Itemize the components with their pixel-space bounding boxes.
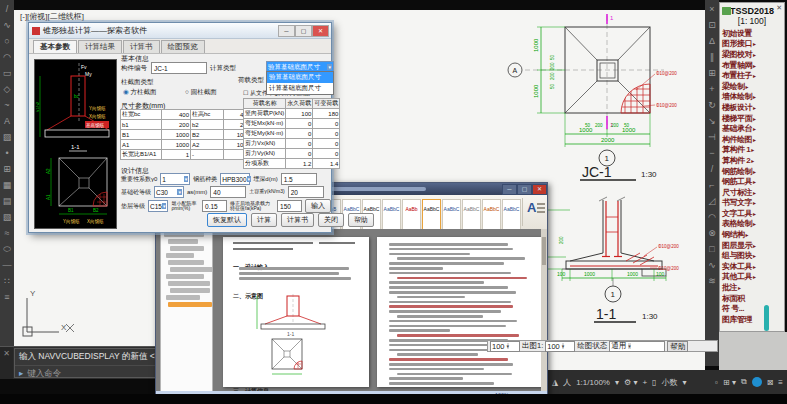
style-gallery-item[interactable]: AaBb — [402, 199, 421, 231]
array-icon[interactable]: ⊞ — [708, 68, 716, 78]
help-button[interactable]: 帮助 — [667, 341, 688, 352]
load-value[interactable]: 0 — [313, 149, 340, 159]
scale-icon[interactable]: ↘ — [708, 116, 716, 126]
palette-item[interactable]: 梁绘制▸ — [720, 81, 784, 92]
cloud-icon[interactable]: ≈ — [5, 228, 10, 238]
word-restore-button[interactable]: ▢ — [517, 184, 532, 195]
customize-menu-icon[interactable]: ≡ — [778, 378, 783, 387]
palette-item[interactable]: 尺寸标注▸ — [720, 187, 784, 198]
units-display[interactable]: 小数 — [661, 377, 677, 388]
palette-item[interactable]: 初始设置 — [720, 28, 784, 39]
dim-value[interactable]: 1 — [162, 150, 191, 160]
palette-scroll-indicator[interactable] — [764, 305, 769, 331]
nav-outline-item[interactable] — [170, 246, 204, 251]
dropdown-option-1[interactable]: 验算基础底面尺寸 — [267, 72, 333, 83]
load-value[interactable]: 180 — [313, 109, 340, 119]
style-gallery-item[interactable]: AaBbC — [422, 199, 441, 231]
palette-item[interactable]: 钢结构▸ — [720, 229, 784, 240]
divide-icon[interactable]: ∷ — [4, 276, 10, 286]
palette-item[interactable]: 墙体绘制▸ — [720, 92, 784, 103]
palette-item[interactable]: 图库管理 — [720, 314, 784, 325]
stretch-icon[interactable]: ⊣ — [708, 132, 716, 142]
scale-combo[interactable]: 100▾ — [490, 341, 520, 352]
palette-item[interactable]: 布置柱子▸ — [720, 70, 784, 81]
gradient-icon[interactable]: ▧ — [3, 212, 12, 222]
palette-item[interactable]: 梁图校对▸ — [720, 49, 784, 60]
scale-dropdown-icon[interactable]: ▾ — [615, 378, 619, 387]
member-id-input[interactable]: JC-1 — [151, 62, 207, 74]
word-minimize-button[interactable]: ─ — [502, 184, 517, 195]
dialog-button-帮助[interactable]: 帮助 — [348, 213, 374, 227]
design-field[interactable]: C30▾ — [154, 186, 184, 198]
block-insert-icon[interactable]: ⊞ — [3, 164, 11, 174]
nav-outline-item[interactable] — [168, 302, 212, 307]
dialog-minimize-button[interactable]: ─ — [278, 25, 295, 37]
dialog-close-button[interactable]: ✕ — [312, 25, 329, 37]
fullscreen-icon[interactable]: ⊠ — [767, 378, 774, 387]
tab-绘图预览[interactable]: 绘图预览 — [161, 40, 205, 53]
blend-icon[interactable]: ∿ — [708, 260, 716, 270]
ellipse-icon[interactable]: ⬭ — [3, 244, 11, 254]
palette-item[interactable]: 布置轴网▸ — [720, 60, 784, 71]
dim-value[interactable]: 400 — [162, 110, 191, 120]
nav-outline-item[interactable] — [168, 239, 198, 244]
draw-toolbar[interactable]: /∿○◠▭◇~A▨•⊞▦▤▧≈⬭—∷≡ — [0, 0, 14, 366]
load-value[interactable]: 1.4 — [313, 159, 340, 169]
region-icon[interactable]: ▤ — [3, 196, 12, 206]
trim-icon[interactable]: − — [709, 148, 714, 158]
fillet-icon[interactable]: ◠ — [708, 212, 716, 222]
dim-value[interactable]: 1000 — [162, 140, 191, 150]
hardware-accel-icon[interactable] — [752, 377, 762, 387]
load-value[interactable]: 1.2 — [286, 159, 313, 169]
dialog-button-关闭[interactable]: 关闭 — [318, 213, 344, 227]
offset-icon[interactable]: ∥ — [710, 52, 715, 62]
design-field[interactable]: C15▾ — [148, 200, 168, 212]
input-button[interactable]: 输入 — [305, 199, 331, 213]
radio-square-column[interactable]: ◉ 方柱截面 — [123, 88, 156, 97]
extend-icon[interactable]: / — [711, 164, 714, 174]
viewport-scale[interactable]: 1:1/100% — [576, 378, 610, 387]
gear-icon[interactable]: ⚙ ▾ — [624, 378, 637, 387]
dropdown-option-2[interactable]: 计算基础底面尺寸 — [267, 83, 333, 94]
design-field[interactable]: 0.15 — [202, 200, 227, 212]
plot-scale-combo[interactable]: 100▾ — [545, 341, 575, 352]
tab-计算结果[interactable]: 计算结果 — [78, 40, 122, 53]
arc-icon[interactable]: ◠ — [3, 52, 11, 62]
design-field[interactable]: 150 — [277, 200, 302, 212]
tab-计算书[interactable]: 计算书 — [123, 40, 160, 53]
load-value[interactable]: 0 — [313, 119, 340, 129]
load-value[interactable]: 0 — [313, 129, 340, 139]
palette-item[interactable]: 基础承台▸ — [720, 123, 784, 134]
dialog-title-bar[interactable]: 锥形独基计算——探索者软件 ─ ▢ ✕ — [29, 23, 331, 39]
copy-icon[interactable]: ⊡ — [708, 20, 716, 30]
move-icon[interactable]: + — [709, 84, 714, 94]
nav-outline-item[interactable] — [168, 281, 210, 286]
match-icon[interactable]: ≋ — [708, 276, 716, 286]
modify-toolbar[interactable]: ×⊡Δ∥⊞+↻↘⊣−/⌐◿◠⊗□∿≋ — [705, 0, 719, 366]
word-navigation-pane[interactable] — [160, 229, 213, 393]
palette-item[interactable]: 组与图块▸ — [720, 250, 784, 261]
style-gallery-item[interactable]: AaBbC — [462, 199, 481, 231]
measure-icon[interactable]: ≡ — [4, 292, 9, 302]
dim-value[interactable]: 1000 — [162, 130, 191, 140]
nav-outline-item[interactable] — [166, 253, 194, 258]
spline-icon[interactable]: ~ — [4, 100, 9, 110]
circle-icon[interactable]: ○ — [4, 36, 9, 46]
copy-tray-icon[interactable]: ⧉ — [741, 377, 747, 387]
load-value[interactable]: 0 — [286, 149, 313, 159]
radio-round-column[interactable]: ○ 圆柱截面 — [185, 88, 217, 97]
command-input[interactable]: 键入命令 — [27, 368, 61, 380]
explode-icon[interactable]: □ — [709, 244, 714, 254]
design-field[interactable]: 1▾ — [160, 173, 190, 185]
draw-state-combo[interactable]: 通用▾ — [609, 341, 665, 352]
annotation-visibility-icon[interactable]: ◮ — [552, 378, 558, 387]
palette-item[interactable]: 实体工具▸ — [720, 261, 784, 272]
palette-item[interactable]: 钢筋工具▸ — [720, 176, 784, 187]
palette-close-icon[interactable]: ✕ — [776, 4, 782, 12]
style-gallery-item[interactable]: AaBbC — [442, 199, 461, 231]
crosshair-icon[interactable]: + — [642, 378, 647, 387]
dialog-button-计算[interactable]: 计算 — [251, 213, 277, 227]
word-page-2[interactable] — [377, 237, 543, 387]
word-page-1[interactable]: 一、设计输入 二、示意图 1-1 — [223, 237, 369, 387]
palette-item[interactable]: 书写文字▸ — [720, 198, 784, 209]
